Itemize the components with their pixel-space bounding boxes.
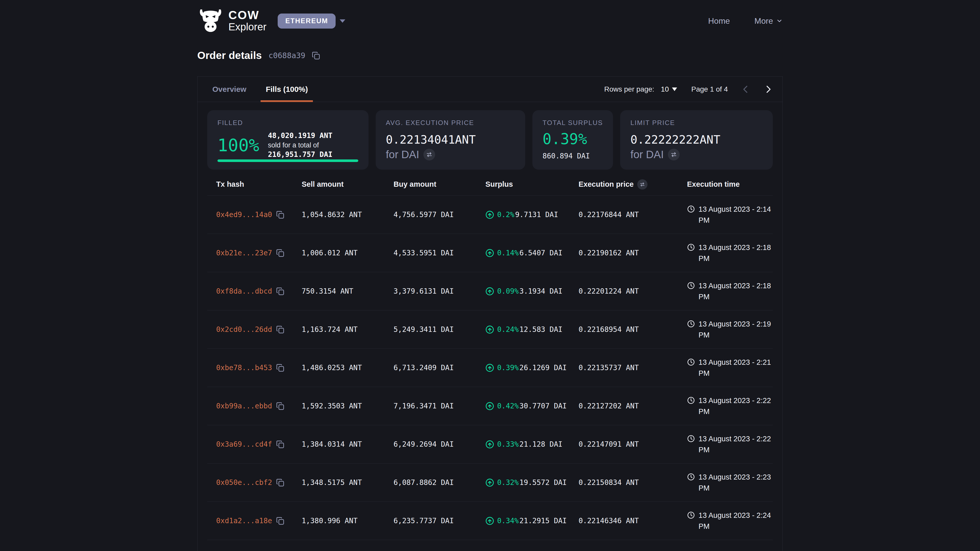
nav-home-label: Home [708,16,730,26]
execution-time: 13 August 2023 - 2:18 PM [698,280,773,302]
network-selector[interactable]: ETHEREUM [278,14,345,29]
total-surplus-amount: 860.894 DAI [542,152,603,160]
sell-amount: 1,380.996 ANT [302,516,393,525]
table-row: 0xd1a2...a18e 1,380.996 ANT 6,235.7737 D… [207,502,773,540]
clock-icon [687,243,695,251]
execution-time-cell: 13 August 2023 - 2:18 PM [687,242,773,264]
table-header-row: Tx hash Sell amount Buy amount Surplus E… [207,173,773,196]
nav-more[interactable]: More [754,16,783,26]
clock-icon [687,511,695,519]
network-badge[interactable]: ETHEREUM [278,14,336,29]
surplus-up-icon [485,478,494,487]
total-surplus-percent: 0.39% [542,130,603,148]
execution-time: 13 August 2023 - 2:22 PM [698,433,773,455]
surplus-cell: 0.09% 3.1934 DAI [485,287,579,295]
buy-amount: 6,087.8862 DAI [393,478,485,487]
copy-tx-hash-button[interactable] [276,478,284,487]
copy-order-hash-button[interactable] [312,52,320,60]
sell-amount: 750.3154 ANT [302,287,393,295]
clock-icon [687,320,695,328]
surplus-cell: 0.24% 12.583 DAI [485,325,579,334]
tx-hash-link[interactable]: 0x2cd0...26dd [216,325,272,333]
execution-price: 0.22168954 ANT [579,325,687,333]
tx-hash-link[interactable]: 0x3a69...cd4f [216,440,272,448]
cow-explorer-logo[interactable]: COW Explorer [197,9,266,33]
execution-price: 0.22127202 ANT [579,402,687,410]
copy-icon [276,211,284,219]
copy-tx-hash-button[interactable] [276,287,284,295]
table-row: 0x2cd0...26dd 1,163.724 ANT 5,249.3411 D… [207,310,773,349]
surplus-percent: 0.24% [497,325,519,333]
page-indicator: Page 1 of 4 [691,85,728,94]
copy-tx-hash-button[interactable] [276,326,284,333]
copy-icon [276,402,284,410]
buy-amount: 6,713.2409 DAI [393,364,485,372]
surplus-up-icon [485,402,494,410]
copy-tx-hash-button[interactable] [276,211,284,219]
execution-price: 0.22190162 ANT [579,249,687,257]
surplus-up-icon [485,440,494,449]
tx-hash-link[interactable]: 0xf8da...dbcd [216,287,272,295]
sell-amount: 1,592.3503 ANT [302,402,393,410]
col-sell-amount: Sell amount [302,180,393,189]
execution-price: 0.22135737 ANT [579,364,687,372]
rows-per-page-select[interactable]: 10 [661,85,677,94]
col-execution-time: Execution time [687,180,773,189]
surplus-percent: 0.14% [497,249,519,257]
copy-tx-hash-button[interactable] [276,402,284,410]
execution-price: 0.22176844 ANT [579,210,687,219]
caret-down-icon [340,19,345,23]
tx-hash-link[interactable]: 0xb99a...ebbd [216,402,272,410]
next-page-button[interactable] [764,85,773,94]
prev-page-button[interactable] [741,85,750,94]
logo-wordmark: COW Explorer [228,9,266,33]
card-filled: FILLED 100% 48,020.1919 ANT sold for a t… [207,110,369,170]
copy-icon [276,287,284,295]
invert-execution-price-button[interactable] [637,179,648,189]
table-row: 0xbe78...b453 1,486.0253 ANT 6,713.2409 … [207,349,773,387]
copy-tx-hash-button[interactable] [276,249,284,257]
tx-hash-link[interactable]: 0x4ed9...14a0 [216,210,272,219]
invert-price-button[interactable] [423,149,435,160]
avg-price-value: 0.22134041ANT [386,133,515,146]
logo-line2: Explorer [228,21,266,33]
surplus-amount: 21.128 DAI [519,440,563,448]
table-bottom-spacer [207,540,773,551]
execution-time-cell: 13 August 2023 - 2:23 PM [687,472,773,493]
copy-tx-hash-button[interactable] [276,440,284,448]
col-execution-price: Execution price [579,179,687,189]
filled-amount: 48,020.1919 ANT [268,131,332,140]
tx-hash-link[interactable]: 0x050e...cbf2 [216,478,272,487]
tx-hash-link[interactable]: 0xd1a2...a18e [216,516,272,525]
chevron-down-icon [776,17,783,24]
invert-limit-price-button[interactable] [668,149,679,160]
copy-icon [276,478,284,487]
surplus-percent: 0.42% [497,402,519,410]
tab-overview-label: Overview [212,85,246,94]
copy-tx-hash-button[interactable] [276,517,284,525]
header: COW Explorer ETHEREUM Home More [197,0,783,33]
copy-icon [276,517,284,525]
card-filled-label: FILLED [218,119,358,127]
tab-fills[interactable]: Fills (100%) [261,76,313,102]
surplus-amount: 26.1269 DAI [519,364,566,372]
surplus-amount: 21.2915 DAI [519,516,566,525]
copy-icon [276,364,284,372]
copy-icon [312,52,320,60]
surplus-cell: 0.2% 9.7131 DAI [485,210,579,219]
execution-time-cell: 13 August 2023 - 2:14 PM [687,204,773,225]
copy-icon [276,440,284,448]
filled-progress-bar [218,159,358,162]
nav-home[interactable]: Home [708,16,730,26]
card-limit-price: LIMIT PRICE 0.22222222ANT for DAI [620,110,773,170]
surplus-amount: 19.5572 DAI [519,478,566,487]
tx-hash-link[interactable]: 0xbe78...b453 [216,364,272,372]
tx-hash-link[interactable]: 0xb21e...23e7 [216,249,272,257]
tab-overview[interactable]: Overview [207,76,251,102]
col-tx-hash: Tx hash [216,180,302,189]
total-surplus-label: TOTAL SURPLUS [542,119,603,127]
col-buy-amount: Buy amount [393,180,485,189]
tab-fills-label: Fills (100%) [266,85,308,94]
execution-time-cell: 13 August 2023 - 2:24 PM [687,510,773,531]
copy-tx-hash-button[interactable] [276,364,284,372]
